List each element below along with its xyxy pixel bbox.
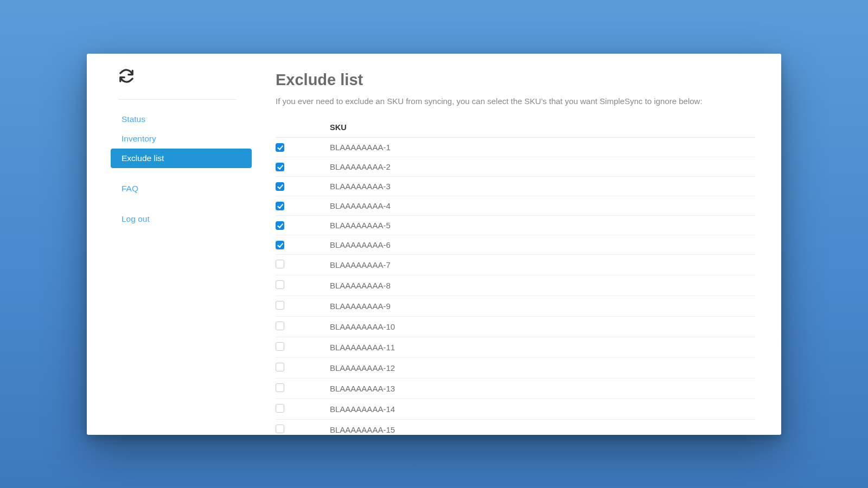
cell-sku: BLAAAAAAAA-12 bbox=[330, 357, 755, 378]
cell-sku: BLAAAAAAAA-2 bbox=[330, 157, 755, 176]
table-row: BLAAAAAAAA-12 bbox=[276, 357, 755, 378]
cell-sku: BLAAAAAAAA-7 bbox=[330, 254, 755, 275]
cell-checkbox bbox=[276, 275, 330, 296]
table-row: BLAAAAAAAA-13 bbox=[276, 378, 755, 399]
exclude-checkbox[interactable] bbox=[276, 301, 284, 310]
cell-sku: BLAAAAAAAA-4 bbox=[330, 196, 755, 215]
table-row: BLAAAAAAAA-15 bbox=[276, 419, 755, 435]
sidebar-item-faq[interactable]: FAQ bbox=[111, 179, 252, 198]
sku-table: SKU BLAAAAAAAA-1BLAAAAAAAA-2BLAAAAAAAA-3… bbox=[276, 118, 755, 435]
table-row: BLAAAAAAAA-4 bbox=[276, 196, 755, 215]
exclude-checkbox[interactable] bbox=[276, 404, 284, 413]
sidebar-item-log-out[interactable]: Log out bbox=[111, 209, 252, 229]
cell-checkbox bbox=[276, 215, 330, 235]
cell-checkbox bbox=[276, 235, 330, 254]
page-description: If you ever need to exclude an SKU from … bbox=[276, 97, 755, 106]
nav-gap bbox=[113, 198, 250, 209]
cell-checkbox bbox=[276, 137, 330, 157]
cell-sku: BLAAAAAAAA-15 bbox=[330, 419, 755, 435]
exclude-checkbox[interactable] bbox=[276, 182, 284, 191]
sidebar-item-exclude-list[interactable]: Exclude list bbox=[111, 149, 252, 168]
cell-sku: BLAAAAAAAA-10 bbox=[330, 316, 755, 337]
main-content: Exclude list If you ever need to exclude… bbox=[250, 54, 781, 435]
table-row: BLAAAAAAAA-6 bbox=[276, 235, 755, 254]
exclude-checkbox[interactable] bbox=[276, 363, 284, 371]
cell-checkbox bbox=[276, 316, 330, 337]
cell-checkbox bbox=[276, 196, 330, 215]
sidebar-item-status[interactable]: Status bbox=[111, 110, 252, 129]
nav: StatusInventoryExclude listFAQLog out bbox=[113, 110, 250, 229]
cell-checkbox bbox=[276, 378, 330, 399]
cell-sku: BLAAAAAAAA-6 bbox=[330, 235, 755, 254]
cell-sku: BLAAAAAAAA-14 bbox=[330, 399, 755, 419]
table-row: BLAAAAAAAA-7 bbox=[276, 254, 755, 275]
sync-logo-icon bbox=[118, 68, 135, 84]
table-row: BLAAAAAAAA-14 bbox=[276, 399, 755, 419]
cell-sku: BLAAAAAAAA-11 bbox=[330, 337, 755, 357]
cell-sku: BLAAAAAAAA-1 bbox=[330, 137, 755, 157]
cell-sku: BLAAAAAAAA-8 bbox=[330, 275, 755, 296]
exclude-checkbox[interactable] bbox=[276, 143, 284, 152]
cell-sku: BLAAAAAAAA-13 bbox=[330, 378, 755, 399]
cell-checkbox bbox=[276, 399, 330, 419]
cell-checkbox bbox=[276, 357, 330, 378]
cell-checkbox bbox=[276, 254, 330, 275]
cell-sku: BLAAAAAAAA-5 bbox=[330, 215, 755, 235]
table-row: BLAAAAAAAA-3 bbox=[276, 176, 755, 196]
app-panel: StatusInventoryExclude listFAQLog out Ex… bbox=[87, 54, 781, 435]
exclude-checkbox[interactable] bbox=[276, 280, 284, 289]
table-row: BLAAAAAAAA-8 bbox=[276, 275, 755, 296]
exclude-checkbox[interactable] bbox=[276, 342, 284, 351]
cell-checkbox bbox=[276, 176, 330, 196]
table-row: BLAAAAAAAA-9 bbox=[276, 296, 755, 316]
sidebar: StatusInventoryExclude listFAQLog out bbox=[87, 54, 250, 435]
exclude-checkbox[interactable] bbox=[276, 260, 284, 268]
nav-divider bbox=[118, 99, 237, 100]
table-row: BLAAAAAAAA-1 bbox=[276, 137, 755, 157]
exclude-checkbox[interactable] bbox=[276, 425, 284, 433]
table-row: BLAAAAAAAA-11 bbox=[276, 337, 755, 357]
column-header-checkbox bbox=[276, 118, 330, 138]
cell-checkbox bbox=[276, 296, 330, 316]
cell-sku: BLAAAAAAAA-9 bbox=[330, 296, 755, 316]
exclude-checkbox[interactable] bbox=[276, 221, 284, 230]
exclude-checkbox[interactable] bbox=[276, 383, 284, 392]
table-row: BLAAAAAAAA-10 bbox=[276, 316, 755, 337]
table-row: BLAAAAAAAA-2 bbox=[276, 157, 755, 176]
exclude-checkbox[interactable] bbox=[276, 241, 284, 249]
exclude-checkbox[interactable] bbox=[276, 163, 284, 171]
cell-sku: BLAAAAAAAA-3 bbox=[330, 176, 755, 196]
cell-checkbox bbox=[276, 337, 330, 357]
exclude-checkbox[interactable] bbox=[276, 202, 284, 210]
sidebar-item-inventory[interactable]: Inventory bbox=[111, 129, 252, 149]
column-header-sku: SKU bbox=[330, 118, 755, 138]
table-row: BLAAAAAAAA-5 bbox=[276, 215, 755, 235]
cell-checkbox bbox=[276, 157, 330, 176]
cell-checkbox bbox=[276, 419, 330, 435]
page-title: Exclude list bbox=[276, 71, 755, 89]
exclude-checkbox[interactable] bbox=[276, 322, 284, 330]
nav-gap bbox=[113, 168, 250, 179]
